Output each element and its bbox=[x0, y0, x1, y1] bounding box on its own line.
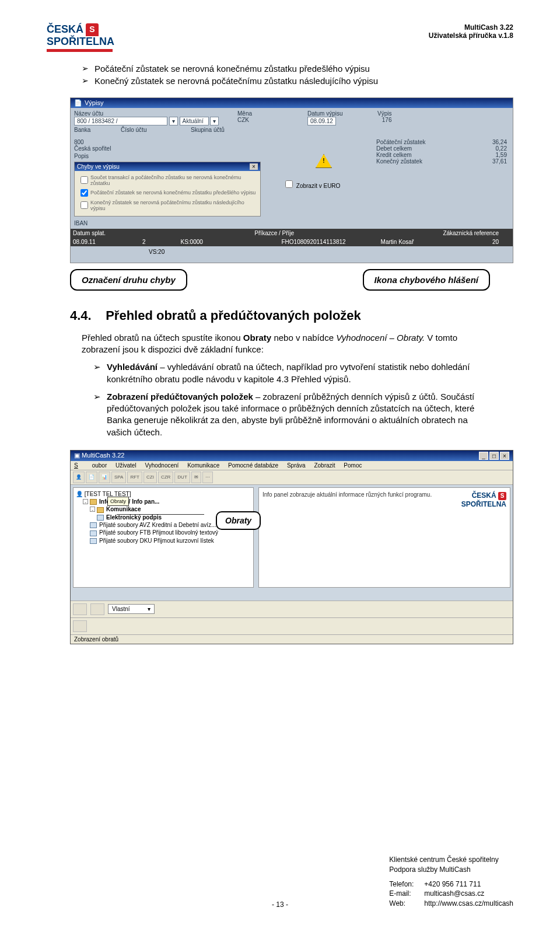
document-icon bbox=[97, 515, 104, 521]
footer-em: multicash@csas.cz bbox=[424, 889, 484, 899]
footer-line1: Klientské centrum České spořitelny bbox=[389, 855, 513, 865]
label-vypis: Výpis bbox=[377, 110, 391, 117]
bottom-btn[interactable] bbox=[73, 603, 87, 615]
tree-label: Komunikace bbox=[106, 506, 141, 512]
bottom-btn[interactable] bbox=[90, 603, 104, 615]
value-ceska: Česká spořitel bbox=[74, 145, 277, 152]
checkbox-opt1[interactable] bbox=[80, 176, 88, 184]
menu-uzivatel[interactable]: Uživatel bbox=[116, 462, 136, 469]
sub-bullet-list: ➢ Vyhledávání – vyhledávání obratů na úč… bbox=[93, 361, 490, 438]
menu-vyhodnoceni[interactable]: Vyhodnocení bbox=[145, 462, 178, 469]
footer-tel-label: Telefon: bbox=[389, 879, 424, 889]
toolbar-dut[interactable]: DUT bbox=[174, 472, 190, 483]
cell-name: Martin Kosař bbox=[381, 239, 414, 245]
tree-label: Přijaté soubory AVZ Kreditní a Debetní a… bbox=[99, 522, 216, 528]
toolbar-btn[interactable]: ✉ bbox=[191, 472, 201, 483]
maximize-icon[interactable]: □ bbox=[489, 452, 499, 460]
value-mena: CZK bbox=[237, 117, 296, 123]
callout-obraty: Obraty bbox=[216, 511, 261, 530]
col-prikazce: Příkazce / Příje bbox=[254, 230, 294, 236]
screenshot-vypisy: 📄 Výpisy Název účtu 800 / 1883482 / ▾ Ak… bbox=[70, 97, 513, 263]
label-kon-zust: Konečný zůstatek bbox=[376, 158, 422, 165]
cell-ks2: 2 bbox=[142, 239, 146, 245]
bottom-btn[interactable] bbox=[73, 620, 87, 632]
footer-web-label: Web: bbox=[389, 899, 424, 909]
toolbar-spa[interactable]: SPA bbox=[111, 472, 126, 483]
page-header: ČESKÁ S SPOŘITELNA MultiCash 3.22 Uživat… bbox=[47, 23, 513, 52]
bullet-arrow-icon: ➢ bbox=[82, 64, 89, 73]
dropdown-vlastni[interactable]: Vlastní ▾ bbox=[108, 604, 155, 614]
dropdown-btn[interactable]: ▾ bbox=[169, 117, 178, 125]
toolbar-btn[interactable]: 📊 bbox=[99, 472, 110, 483]
label-debet: Debet celkem bbox=[376, 145, 412, 152]
tree-item[interactable]: Přijaté soubory FTB Přijmout libovolný t… bbox=[90, 529, 251, 536]
tree-collapse-icon[interactable]: - bbox=[90, 507, 95, 512]
tree-label: Elektronický podpis bbox=[106, 514, 162, 521]
close-icon[interactable]: × bbox=[250, 163, 258, 170]
tooltip-obraty: Obraty bbox=[107, 497, 129, 506]
cell-ks: KS:0000 bbox=[181, 239, 203, 245]
toolbar-btn[interactable]: 📄 bbox=[86, 472, 97, 483]
label-iban: IBAN bbox=[74, 220, 277, 226]
menu-komunikace[interactable]: Komunikace bbox=[187, 462, 219, 469]
label-skupina: Skupina účtů bbox=[191, 127, 225, 133]
toolbar-btn[interactable]: ⋯ bbox=[202, 472, 213, 483]
cell-amt: 20 bbox=[492, 239, 499, 245]
value-vypis: 176 bbox=[377, 117, 391, 123]
input-datum[interactable]: 08.09.12 bbox=[307, 117, 336, 125]
label-datum-vypisu: Datum výpisu bbox=[307, 110, 366, 117]
status-bar: Zobrazení obratů bbox=[71, 634, 513, 644]
callout-error-icon: Ikona chybového hlášení bbox=[363, 269, 490, 291]
warning-icon[interactable]: ! bbox=[316, 154, 332, 168]
bullet-arrow-icon: ➢ bbox=[82, 76, 89, 85]
bullet-item: ➢ Vyhledávání – vyhledávání obratů na úč… bbox=[93, 361, 490, 385]
cell-datum: 08.09.11 bbox=[73, 239, 96, 245]
menu-databaze[interactable]: Pomocné databáze bbox=[228, 462, 278, 469]
dropdown-aktualni[interactable]: Aktuální bbox=[180, 117, 209, 125]
checkbox-opt3[interactable] bbox=[80, 201, 88, 209]
checkbox-euro[interactable] bbox=[285, 180, 293, 188]
section-num: 4.4. bbox=[70, 308, 92, 323]
input-nazev-uctu[interactable]: 800 / 1883482 / bbox=[74, 117, 167, 125]
value-debet: 0,22 bbox=[496, 145, 507, 152]
tree-root[interactable]: 👤 [TEST TEL TEST] bbox=[76, 490, 251, 498]
bullet-text: – vyhledávání obratů na účtech, napříkla… bbox=[107, 362, 470, 383]
section-heading: 4.4. Přehled obratů a předúčtovaných pol… bbox=[70, 308, 513, 323]
bullet-item: ➢ Zobrazení předúčtovaných položek – zob… bbox=[93, 391, 490, 438]
grid-row[interactable]: 08.09.11 2 KS:0000 FHO1080920114113812 M… bbox=[71, 238, 513, 246]
menu-bar: Soubor Uživatel Vyhodnocení Komunikace P… bbox=[71, 461, 513, 470]
screenshot-multicash: ▣ MultiCash 3.22 _ □ × Soubor Uživatel V… bbox=[70, 450, 513, 644]
toolbar-rft[interactable]: RFT bbox=[127, 472, 142, 483]
toolbar-czi[interactable]: CZI bbox=[144, 472, 157, 483]
label-nazev-uctu: Název účtu bbox=[74, 110, 226, 117]
bullet-bold: Zobrazení předúčtovaných položek bbox=[107, 392, 253, 402]
checkbox-opt2[interactable] bbox=[80, 189, 88, 197]
window-title: Výpisy bbox=[85, 99, 103, 106]
label-euro: Zobrazit v EURO bbox=[296, 183, 341, 189]
menu-zobrazit[interactable]: Zobrazit bbox=[314, 462, 335, 469]
nav-tree: 👤 [TEST TEL TEST] Obraty -Informace / In… bbox=[73, 487, 254, 588]
toolbar-user-icon[interactable]: 👤 bbox=[73, 472, 85, 483]
window-icon: 📄 bbox=[74, 99, 82, 107]
close-icon[interactable]: × bbox=[500, 452, 509, 460]
tree-item[interactable]: Přijaté soubory DKU Přijmout kurzovní lí… bbox=[90, 537, 251, 544]
window-icon: ▣ bbox=[74, 452, 80, 459]
intro-paragraph: Přehled obratů na účtech spustíte ikonou… bbox=[82, 332, 490, 356]
menu-pomoc[interactable]: Pomoc bbox=[344, 462, 362, 469]
window-title-bar: ▣ MultiCash 3.22 _ □ × bbox=[71, 451, 513, 461]
document-icon bbox=[90, 538, 97, 544]
logo-top-text: ČESKÁ bbox=[47, 24, 83, 36]
label-cislo-uctu: Číslo účtu bbox=[121, 127, 179, 133]
chevron-down-icon: ▾ bbox=[148, 606, 150, 612]
toolbar-czr[interactable]: CZR bbox=[158, 472, 173, 483]
menu-sprava[interactable]: Správa bbox=[287, 462, 306, 469]
bullet-arrow-icon: ➢ bbox=[93, 391, 101, 403]
cell-vs: VS:20 bbox=[149, 249, 164, 255]
minimize-icon[interactable]: _ bbox=[479, 452, 488, 460]
tree-collapse-icon[interactable]: - bbox=[83, 499, 88, 504]
info-logo: ČESKÁ S SPOŘITELNA bbox=[448, 491, 506, 584]
top-bullet-list: ➢ Počáteční zůstatek se nerovná konečném… bbox=[82, 64, 513, 86]
dropdown-btn[interactable]: ▾ bbox=[210, 117, 219, 125]
info-text: Info panel zobrazuje aktuální informace … bbox=[262, 491, 442, 584]
menu-soubor[interactable]: Soubor bbox=[74, 462, 107, 469]
